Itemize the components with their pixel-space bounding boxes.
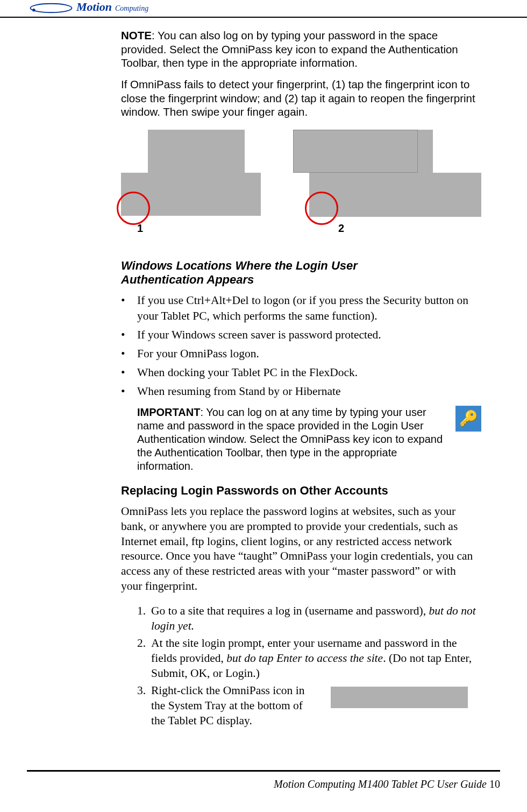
numbered-list: 1. Go to a site that requires a log in (… <box>137 604 476 729</box>
logo: Motion Computing <box>27 0 500 14</box>
list-item: 2. At the site login prompt, enter your … <box>137 636 476 681</box>
diagram-box-2b <box>418 130 433 173</box>
logo-brand: Motion <box>76 0 112 14</box>
note-followup: If OmniPass fails to detect your fingerp… <box>121 77 476 119</box>
diagram-circle-2 <box>305 192 338 225</box>
list-item: •When resuming from Stand by or Hibernat… <box>121 384 476 399</box>
diagram: 1 2 <box>121 130 476 237</box>
note-text: : You can also log on by typing your pas… <box>121 29 458 69</box>
step3-image-placeholder <box>331 687 468 708</box>
heading-locations-l1: Windows Locations Where the Login User <box>121 259 476 273</box>
diagram-box-2a <box>293 130 418 173</box>
list-item: 3. Right-click the OmniPass icon in the … <box>137 683 476 729</box>
svg-point-0 <box>31 4 72 13</box>
list-item: 1. Go to a site that requires a log in (… <box>137 604 476 634</box>
replacing-paragraph: OmniPass lets you replace the password l… <box>121 504 476 595</box>
logo-sub: Computing <box>115 4 148 13</box>
diagram-label-2: 2 <box>338 222 344 235</box>
footer: Motion Computing M1400 Tablet PC User Gu… <box>27 770 500 790</box>
bullet-list: •If you use Ctrl+Alt+Del to logon (or if… <box>121 293 476 399</box>
note-block: NOTE: You can also log on by typing your… <box>121 29 476 70</box>
heading-locations-l2: Authentication Appears <box>121 273 476 287</box>
list-item: •When docking your Tablet PC in the Flex… <box>121 365 476 380</box>
header: Motion Computing <box>0 0 527 18</box>
key-icon: 🔑 <box>455 406 481 432</box>
diagram-label-1: 1 <box>137 222 143 235</box>
diagram-circle-1 <box>117 192 150 225</box>
page-number: 10 <box>489 778 500 790</box>
logo-swoosh-icon <box>27 2 75 14</box>
note-label: NOTE <box>121 29 152 41</box>
list-item: •If you use Ctrl+Alt+Del to logon (or if… <box>121 293 476 324</box>
diagram-box-1a <box>148 130 245 173</box>
important-block: IMPORTANT: You can log on at any time by… <box>137 406 476 473</box>
heading-replacing: Replacing Login Passwords on Other Accou… <box>121 484 476 498</box>
heading-locations: Windows Locations Where the Login User A… <box>121 259 476 287</box>
important-label: IMPORTANT <box>137 406 200 418</box>
list-item: •If your Windows screen saver is passwor… <box>121 327 476 343</box>
footer-text: Motion Computing M1400 Tablet PC User Gu… <box>274 778 489 790</box>
list-item: •For your OmniPass logon. <box>121 346 476 362</box>
svg-point-1 <box>32 9 35 11</box>
